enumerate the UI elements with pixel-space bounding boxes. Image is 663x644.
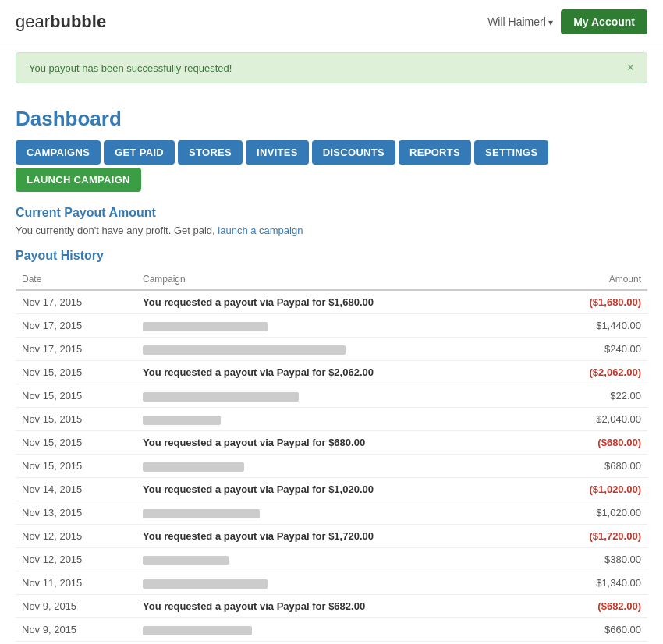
cell-date: Nov 12, 2015 (16, 525, 136, 548)
my-account-button[interactable]: My Account (561, 9, 647, 34)
cell-amount: ($682.00) (541, 595, 647, 618)
payout-text: You requested a payout via Paypal for $6… (143, 437, 365, 448)
no-profit-message: You currently don't have any profit. Get… (16, 225, 647, 236)
nav-settings[interactable]: SETTINGS (474, 140, 548, 165)
blurred-campaign-bar (143, 345, 346, 355)
blurred-campaign-bar (143, 322, 268, 331)
cell-amount: ($1,720.00) (541, 525, 647, 548)
cell-date: Nov 13, 2015 (16, 501, 136, 525)
payout-text: You requested a payout via Paypal for $6… (143, 600, 365, 612)
table-row: Nov 15, 2015You requested a payout via P… (16, 431, 647, 455)
table-row: Nov 17, 2015$240.00 (16, 338, 647, 361)
cell-campaign: You requested a payout via Paypal for $1… (136, 525, 541, 548)
cell-date: Nov 9, 2015 (16, 595, 136, 618)
cell-campaign (136, 408, 541, 431)
nav-discounts[interactable]: DISCOUNTS (312, 140, 395, 165)
cell-amount: $22.00 (541, 384, 647, 408)
payout-text: You requested a payout via Paypal for $2… (143, 366, 374, 378)
page-title: Dashboard (16, 107, 647, 131)
cell-amount: $1,020.00 (541, 501, 647, 525)
payout-text: You requested a payout via Paypal for $1… (143, 296, 374, 308)
table-row: Nov 11, 2015$1,340.00 (16, 571, 647, 595)
cell-amount: ($680.00) (541, 431, 647, 455)
table-row: Nov 9, 2015$22.00 (16, 642, 647, 645)
cell-campaign: You requested a payout via Paypal for $2… (136, 361, 541, 384)
cell-campaign (136, 642, 541, 645)
main-content: Dashboard CAMPAIGNS GET PAID STORES INVI… (0, 91, 663, 644)
cell-date: Nov 15, 2015 (16, 361, 136, 384)
table-row: Nov 15, 2015$22.00 (16, 384, 647, 408)
cell-campaign: You requested a payout via Paypal for $1… (136, 478, 541, 501)
table-row: Nov 9, 2015You requested a payout via Pa… (16, 595, 647, 618)
user-name[interactable]: Will Haimerl (488, 16, 553, 28)
col-amount: Amount (541, 269, 647, 290)
cell-amount: $240.00 (541, 338, 647, 361)
blurred-campaign-bar (143, 462, 244, 472)
blurred-campaign-bar (143, 579, 268, 589)
table-row: Nov 9, 2015$660.00 (16, 618, 647, 642)
current-payout-title: Current Payout Amount (16, 206, 647, 220)
cell-date: Nov 17, 2015 (16, 290, 136, 314)
cell-campaign: You requested a payout via Paypal for $6… (136, 431, 541, 455)
cell-amount: ($2,062.00) (541, 361, 647, 384)
cell-date: Nov 9, 2015 (16, 642, 136, 645)
header: gearbubble Will Haimerl My Account (0, 0, 663, 44)
table-row: Nov 14, 2015You requested a payout via P… (16, 478, 647, 501)
cell-amount: $660.00 (541, 618, 647, 642)
table-row: Nov 17, 2015$1,440.00 (16, 314, 647, 338)
blurred-campaign-bar (143, 509, 260, 518)
cell-amount: $2,040.00 (541, 408, 647, 431)
col-date: Date (16, 269, 136, 290)
cell-date: Nov 17, 2015 (16, 314, 136, 338)
table-row: Nov 13, 2015$1,020.00 (16, 501, 647, 525)
cell-date: Nov 14, 2015 (16, 478, 136, 501)
table-row: Nov 12, 2015$380.00 (16, 548, 647, 571)
cell-campaign (136, 314, 541, 338)
cell-campaign (136, 618, 541, 642)
table-row: Nov 15, 2015$680.00 (16, 455, 647, 478)
payout-text: You requested a payout via Paypal for $1… (143, 483, 374, 495)
logo: gearbubble (16, 12, 106, 32)
table-row: Nov 12, 2015You requested a payout via P… (16, 525, 647, 548)
nav-stores[interactable]: STORES (178, 140, 243, 165)
cell-amount: $680.00 (541, 455, 647, 478)
cell-amount: $22.00 (541, 642, 647, 645)
cell-date: Nov 15, 2015 (16, 431, 136, 455)
blurred-campaign-bar (143, 416, 221, 425)
cell-amount: ($1,680.00) (541, 290, 647, 314)
table-row: Nov 15, 2015You requested a payout via P… (16, 361, 647, 384)
cell-amount: $380.00 (541, 548, 647, 571)
alert-close-button[interactable]: × (627, 61, 634, 75)
blurred-campaign-bar (143, 392, 299, 402)
cell-campaign (136, 455, 541, 478)
payout-history-title: Payout History (16, 249, 647, 263)
nav-campaigns[interactable]: CAMPAIGNS (16, 140, 101, 165)
table-row: Nov 17, 2015You requested a payout via P… (16, 290, 647, 314)
nav-buttons: CAMPAIGNS GET PAID STORES INVITES DISCOU… (16, 140, 647, 192)
nav-get-paid[interactable]: GET PAID (104, 140, 175, 165)
launch-campaign-link[interactable]: launch a campaign (218, 225, 303, 236)
alert-message: You payout has been successfully request… (29, 62, 232, 74)
cell-amount: $1,340.00 (541, 571, 647, 595)
blurred-campaign-bar (143, 626, 252, 635)
cell-date: Nov 9, 2015 (16, 618, 136, 642)
cell-date: Nov 15, 2015 (16, 384, 136, 408)
cell-date: Nov 15, 2015 (16, 408, 136, 431)
table-row: Nov 15, 2015$2,040.00 (16, 408, 647, 431)
payout-text: You requested a payout via Paypal for $1… (143, 530, 374, 542)
nav-invites[interactable]: INVITES (246, 140, 309, 165)
success-alert: You payout has been successfully request… (16, 52, 647, 83)
header-right: Will Haimerl My Account (488, 9, 647, 34)
cell-date: Nov 17, 2015 (16, 338, 136, 361)
nav-reports[interactable]: REPORTS (399, 140, 471, 165)
cell-amount: ($1,020.00) (541, 478, 647, 501)
cell-date: Nov 12, 2015 (16, 548, 136, 571)
cell-campaign: You requested a payout via Paypal for $6… (136, 595, 541, 618)
cell-campaign (136, 384, 541, 408)
cell-date: Nov 11, 2015 (16, 571, 136, 595)
nav-launch-campaign[interactable]: LAUNCH CAMPAIGN (16, 168, 141, 192)
cell-date: Nov 15, 2015 (16, 455, 136, 478)
blurred-campaign-bar (143, 556, 229, 565)
cell-amount: $1,440.00 (541, 314, 647, 338)
cell-campaign (136, 501, 541, 525)
